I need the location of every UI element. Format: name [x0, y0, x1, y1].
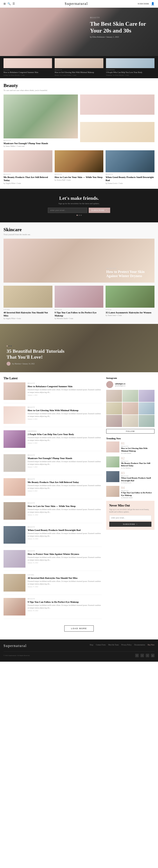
featured-item-3[interactable]: Shopping 3 People Who Can Help You Love … [106, 58, 155, 76]
search-icon[interactable]: 🔍 [7, 2, 11, 5]
footer-link-shop[interactable]: Shop [90, 644, 93, 646]
article-content-4: Beauty 90s Beauty Products That Are Stil… [28, 478, 102, 496]
beauty-title: Beauty [3, 83, 155, 88]
footer-copyright: © 2022 Supernatural. All Rights Reserved… [3, 655, 30, 656]
article-item-7[interactable]: Beauty How to Protect Your Skin Against … [3, 550, 102, 571]
article-excerpt-8: Eiusmod tempor incididunt mollit anim ci… [28, 580, 102, 585]
footer-link-team[interactable]: Meet the Team [108, 644, 119, 646]
skincare-col-cat-1: Living [3, 309, 52, 310]
beauty-grid: Beauty Manicure Not Enough? Plump Your H… [3, 94, 155, 147]
trending-item-3[interactable]: 04 Beauty 9 Tips You Can Follow to Do Pe… [106, 486, 155, 498]
article-item-4[interactable]: Beauty 90s Beauty Products That Are Stil… [3, 478, 102, 499]
article-cat-7: Beauty [28, 550, 102, 552]
article-date-2: January 5, 2022 [28, 442, 102, 444]
trending-item-1[interactable]: 02 Beauty 90s Beauty Products That Are S… [106, 457, 155, 469]
footer-social-icons: f t i p [135, 654, 155, 657]
skincare-hero-article[interactable]: Skincare How to Protect Your Skin Agains… [3, 239, 155, 283]
braid-section[interactable]: 35 Beautiful Braid Tutorials That You'll… [0, 324, 158, 372]
grid-icon[interactable]: ⊞ [3, 2, 6, 5]
article-item-1[interactable]: Beauty How to Get Glowing Skin With Mini… [3, 406, 102, 427]
article-content-2: Shopping 2 People Who Can Help You Love … [28, 430, 102, 448]
trending-item-0[interactable]: 01 Beauty How to Get Glowing Skin With M… [106, 441, 155, 454]
instagram-avatar [106, 381, 113, 388]
footer-link-docs[interactable]: Documentation [134, 644, 145, 646]
featured-img-3 [106, 58, 155, 68]
article-item-3[interactable]: Beauty Manicure Not Enough? Plump Your H… [3, 454, 102, 475]
load-more-section: LOAD MORE [0, 622, 158, 635]
braid-avatar [7, 362, 10, 366]
featured-img-2 [55, 58, 103, 68]
beauty-col-1[interactable]: Beauty 90s Beauty Products That Are Stil… [3, 150, 52, 184]
article-item-0[interactable]: Beauty How to Rebalance Congested Summer… [3, 382, 102, 403]
article-item-6[interactable]: Beauty When Good Beauty Products Smell D… [3, 526, 102, 547]
skincare-col-1[interactable]: Living 40 Inverted Bob Hairstyles You Sh… [3, 286, 52, 320]
article-img-4 [3, 478, 26, 496]
newsletter-submit-button[interactable]: SUBSCRIBE → [89, 208, 110, 213]
article-date-0: January 1, 2022 [28, 394, 102, 396]
load-more-button[interactable]: LOAD MORE [64, 625, 94, 631]
article-excerpt-3: Eiusmod tempor incididunt mollit anim ci… [28, 460, 102, 465]
facebook-icon[interactable]: f [135, 654, 139, 657]
nav-subscribe-label[interactable]: SUBSCRIBE [137, 3, 149, 5]
insta-img-8 [122, 415, 138, 427]
featured-item-1[interactable]: Living How to Rebalance Congested Summer… [3, 58, 52, 76]
article-cat-2: Shopping [28, 430, 102, 432]
twitter-icon[interactable]: t [141, 654, 144, 657]
subscribe-email-input[interactable] [109, 515, 151, 520]
dot-3 [81, 215, 82, 216]
trending-num-2: 03 [121, 471, 155, 475]
navigation: ⊞ 🔍 ☰ Supernatural SUBSCRIBE 👤 [0, 0, 158, 8]
article-excerpt-9: Eiusmod tempor incididunt mollit anim ci… [28, 604, 102, 609]
footer-link-contact[interactable]: Contact Form [96, 644, 106, 646]
subscribe-button[interactable]: SUBSCRIBE → [109, 522, 151, 527]
beauty-col-3[interactable]: Beauty When Good Beauty Products Smell D… [106, 150, 155, 184]
newsletter-email-input[interactable] [48, 208, 87, 213]
newsletter-dots [3, 215, 155, 216]
featured-item-2[interactable]: Beauty How to Get Glowing Skin With Mini… [55, 58, 103, 76]
latest-title: The Latest [3, 377, 102, 380]
skincare-subtitle: Treat yourself from the inside out. [3, 234, 155, 236]
trending-num-0: 01 [121, 441, 155, 445]
article-excerpt-4: Eiusmod tempor incididunt mollit anim ci… [28, 484, 102, 489]
footer-link-buynow[interactable]: Buy Now [148, 644, 155, 646]
beauty-col-title-1: 90s Beauty Products That Are Still Belov… [3, 176, 52, 182]
footer-link-privacy[interactable]: Privacy Policy [121, 644, 132, 646]
beauty-side-top[interactable] [80, 94, 155, 120]
article-img-0 [3, 382, 26, 400]
latest-inner: The Latest Beauty How to Rebalance Conge… [0, 377, 158, 622]
featured-category-2: Beauty [55, 69, 103, 71]
menu-icon[interactable]: ☰ [12, 2, 15, 5]
beauty-side-bottom[interactable] [80, 122, 155, 147]
braid-dot-1 [7, 345, 8, 346]
skincare-hero-category: Skincare [106, 268, 150, 270]
article-content-6: Beauty When Good Beauty Products Smell D… [28, 526, 102, 544]
skincare-col-img-3 [106, 286, 155, 308]
skincare-col-2[interactable]: Beauty 9 Tips You Can Follow to Do Perfe… [55, 286, 104, 320]
instagram-title: Instagram [106, 377, 155, 379]
beauty-col-cat-3: Beauty [106, 174, 155, 175]
instagram-follow-button[interactable]: FOLLOW [106, 429, 155, 434]
skincare-col-3[interactable]: Style 35 Latest Asymmetric Hairstyles fo… [106, 286, 155, 320]
user-icon[interactable]: 👤 [151, 2, 155, 5]
beauty-col-2[interactable]: Beauty How to Care for Your Skin — While… [55, 150, 104, 184]
skincare-col-title-3: 35 Latest Asymmetric Hairstyles for Wome… [106, 311, 155, 314]
article-img-2 [3, 430, 26, 448]
subscribe-box: Never Miss Out Sign up to our newsletter… [106, 501, 155, 530]
pinterest-icon[interactable]: p [151, 654, 155, 657]
article-item-5[interactable]: Beauty How to Care for Your Skin — While… [3, 502, 102, 523]
article-img-8 [3, 574, 26, 592]
article-item-9[interactable]: Beauty 9 Tips You Can Follow to Do Perfe… [3, 598, 102, 619]
footer-top: Supernatural Shop Contact Form Meet the … [3, 644, 155, 648]
nav-left-icons: ⊞ 🔍 ☰ [3, 2, 15, 5]
beauty-main-category: Beauty [3, 140, 78, 141]
article-title-0: How to Rebalance Congested Summer Skin [28, 385, 102, 388]
trending-item-2[interactable]: 03 Beauty When Good Beauty Products Smel… [106, 471, 155, 484]
beauty-main-article[interactable]: Beauty Manicure Not Enough? Plump Your H… [3, 94, 78, 147]
instagram-icon[interactable]: i [146, 654, 149, 657]
article-date-7: January 15, 2022 [28, 562, 102, 564]
footer-brand: Supernatural [3, 644, 27, 648]
instagram-handle: @salonique.co [115, 385, 125, 387]
article-item-2[interactable]: Shopping 2 People Who Can Help You Love … [3, 430, 102, 451]
article-item-8[interactable]: Living 40 Inverted Bob Hairstyles You Sh… [3, 574, 102, 595]
featured-category-3: Shopping [106, 69, 155, 71]
